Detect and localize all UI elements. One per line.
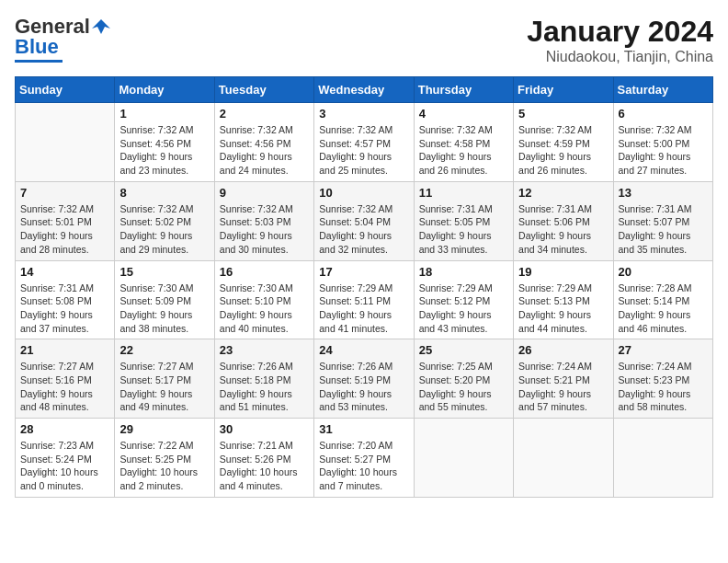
weekday-header: Sunday — [16, 77, 115, 103]
calendar-cell: 21Sunrise: 7:27 AMSunset: 5:16 PMDayligh… — [16, 339, 115, 419]
calendar-week-row: 14Sunrise: 7:31 AMSunset: 5:08 PMDayligh… — [16, 260, 713, 339]
location: Niudaokou, Tianjin, China — [527, 49, 713, 65]
day-number: 24 — [319, 343, 408, 357]
day-number: 4 — [419, 107, 508, 121]
calendar-cell: 20Sunrise: 7:28 AMSunset: 5:14 PMDayligh… — [613, 260, 712, 339]
page-header: General Blue January 2024 Niudaokou, Tia… — [15, 15, 713, 65]
day-detail: Sunrise: 7:22 AMSunset: 5:25 PMDaylight:… — [119, 439, 209, 493]
day-detail: Sunrise: 7:32 AMSunset: 5:00 PMDaylight:… — [619, 123, 708, 178]
calendar-cell — [613, 419, 712, 498]
day-number: 11 — [419, 186, 508, 200]
day-detail: Sunrise: 7:21 AMSunset: 5:26 PMDaylight:… — [220, 439, 309, 493]
day-detail: Sunrise: 7:32 AMSunset: 4:56 PMDaylight:… — [119, 123, 209, 178]
logo-underline — [15, 60, 63, 63]
day-detail: Sunrise: 7:27 AMSunset: 5:16 PMDaylight:… — [20, 360, 109, 414]
calendar-cell: 1Sunrise: 7:32 AMSunset: 4:56 PMDaylight… — [115, 103, 214, 182]
day-detail: Sunrise: 7:32 AMSunset: 4:58 PMDaylight:… — [419, 123, 508, 178]
calendar-cell: 26Sunrise: 7:24 AMSunset: 5:21 PMDayligh… — [514, 339, 613, 419]
day-number: 3 — [319, 107, 408, 121]
calendar-cell: 8Sunrise: 7:32 AMSunset: 5:02 PMDaylight… — [115, 181, 214, 260]
day-detail: Sunrise: 7:27 AMSunset: 5:17 PMDaylight:… — [119, 360, 209, 414]
day-detail: Sunrise: 7:26 AMSunset: 5:18 PMDaylight:… — [220, 360, 309, 414]
day-detail: Sunrise: 7:31 AMSunset: 5:07 PMDaylight:… — [619, 202, 708, 257]
calendar-cell: 23Sunrise: 7:26 AMSunset: 5:18 PMDayligh… — [214, 339, 313, 419]
day-number: 6 — [619, 107, 708, 121]
day-detail: Sunrise: 7:31 AMSunset: 5:06 PMDaylight:… — [518, 202, 608, 257]
calendar-cell: 10Sunrise: 7:32 AMSunset: 5:04 PMDayligh… — [314, 181, 414, 260]
day-number: 22 — [119, 343, 209, 357]
day-detail: Sunrise: 7:29 AMSunset: 5:12 PMDaylight:… — [419, 282, 508, 336]
day-number: 7 — [20, 186, 109, 200]
calendar-cell: 14Sunrise: 7:31 AMSunset: 5:08 PMDayligh… — [16, 260, 115, 339]
calendar-table: SundayMondayTuesdayWednesdayThursdayFrid… — [15, 76, 713, 498]
day-detail: Sunrise: 7:26 AMSunset: 5:19 PMDaylight:… — [319, 360, 408, 414]
calendar-week-row: 21Sunrise: 7:27 AMSunset: 5:16 PMDayligh… — [16, 339, 713, 419]
day-number: 19 — [518, 265, 608, 279]
day-number: 30 — [220, 422, 309, 436]
calendar-cell: 4Sunrise: 7:32 AMSunset: 4:58 PMDaylight… — [414, 103, 513, 182]
day-number: 27 — [619, 343, 708, 357]
day-number: 9 — [220, 186, 309, 200]
logo-blue: Blue — [15, 35, 59, 59]
calendar-cell: 24Sunrise: 7:26 AMSunset: 5:19 PMDayligh… — [314, 339, 414, 419]
weekday-header: Wednesday — [314, 77, 414, 103]
calendar-cell: 3Sunrise: 7:32 AMSunset: 4:57 PMDaylight… — [314, 103, 414, 182]
calendar-cell — [514, 419, 613, 498]
weekday-header: Saturday — [613, 77, 712, 103]
day-detail: Sunrise: 7:32 AMSunset: 5:03 PMDaylight:… — [220, 202, 309, 257]
calendar-cell: 12Sunrise: 7:31 AMSunset: 5:06 PMDayligh… — [514, 181, 613, 260]
day-detail: Sunrise: 7:23 AMSunset: 5:24 PMDaylight:… — [20, 439, 109, 493]
day-detail: Sunrise: 7:30 AMSunset: 5:10 PMDaylight:… — [220, 282, 309, 336]
day-number: 8 — [119, 186, 209, 200]
day-number: 12 — [518, 186, 608, 200]
day-number: 21 — [20, 343, 109, 357]
day-detail: Sunrise: 7:32 AMSunset: 5:02 PMDaylight:… — [119, 202, 209, 257]
day-number: 31 — [319, 422, 408, 436]
day-number: 20 — [619, 265, 708, 279]
day-detail: Sunrise: 7:25 AMSunset: 5:20 PMDaylight:… — [419, 360, 508, 414]
weekday-header: Thursday — [414, 77, 513, 103]
day-number: 1 — [119, 107, 209, 121]
calendar-cell: 19Sunrise: 7:29 AMSunset: 5:13 PMDayligh… — [514, 260, 613, 339]
logo: General Blue — [15, 15, 110, 63]
day-detail: Sunrise: 7:32 AMSunset: 4:57 PMDaylight:… — [319, 123, 408, 178]
calendar-cell: 7Sunrise: 7:32 AMSunset: 5:01 PMDaylight… — [16, 181, 115, 260]
month-title: January 2024 — [527, 15, 713, 49]
day-number: 18 — [419, 265, 508, 279]
day-number: 17 — [319, 265, 408, 279]
day-detail: Sunrise: 7:32 AMSunset: 5:04 PMDaylight:… — [319, 202, 408, 257]
day-detail: Sunrise: 7:29 AMSunset: 5:13 PMDaylight:… — [518, 282, 608, 336]
calendar-week-row: 28Sunrise: 7:23 AMSunset: 5:24 PMDayligh… — [16, 419, 713, 498]
calendar-cell: 15Sunrise: 7:30 AMSunset: 5:09 PMDayligh… — [115, 260, 214, 339]
calendar-cell: 28Sunrise: 7:23 AMSunset: 5:24 PMDayligh… — [16, 419, 115, 498]
calendar-cell: 18Sunrise: 7:29 AMSunset: 5:12 PMDayligh… — [414, 260, 513, 339]
weekday-header: Monday — [115, 77, 214, 103]
day-number: 26 — [518, 343, 608, 357]
weekday-header: Friday — [514, 77, 613, 103]
day-detail: Sunrise: 7:32 AMSunset: 4:59 PMDaylight:… — [518, 123, 608, 178]
day-detail: Sunrise: 7:28 AMSunset: 5:14 PMDaylight:… — [619, 282, 708, 336]
calendar-cell: 25Sunrise: 7:25 AMSunset: 5:20 PMDayligh… — [414, 339, 513, 419]
day-number: 5 — [518, 107, 608, 121]
calendar-cell: 2Sunrise: 7:32 AMSunset: 4:56 PMDaylight… — [214, 103, 313, 182]
calendar-cell: 30Sunrise: 7:21 AMSunset: 5:26 PMDayligh… — [214, 419, 313, 498]
day-number: 10 — [319, 186, 408, 200]
calendar-cell: 16Sunrise: 7:30 AMSunset: 5:10 PMDayligh… — [214, 260, 313, 339]
day-number: 16 — [220, 265, 309, 279]
day-number: 29 — [119, 422, 209, 436]
day-detail: Sunrise: 7:32 AMSunset: 5:01 PMDaylight:… — [20, 202, 109, 257]
day-detail: Sunrise: 7:32 AMSunset: 4:56 PMDaylight:… — [220, 123, 309, 178]
calendar-cell: 22Sunrise: 7:27 AMSunset: 5:17 PMDayligh… — [115, 339, 214, 419]
svg-marker-0 — [92, 19, 110, 34]
day-number: 2 — [220, 107, 309, 121]
day-detail: Sunrise: 7:31 AMSunset: 5:05 PMDaylight:… — [419, 202, 508, 257]
calendar-cell: 5Sunrise: 7:32 AMSunset: 4:59 PMDaylight… — [514, 103, 613, 182]
calendar-cell: 11Sunrise: 7:31 AMSunset: 5:05 PMDayligh… — [414, 181, 513, 260]
day-detail: Sunrise: 7:31 AMSunset: 5:08 PMDaylight:… — [20, 282, 109, 336]
calendar-week-row: 1Sunrise: 7:32 AMSunset: 4:56 PMDaylight… — [16, 103, 713, 182]
calendar-cell: 6Sunrise: 7:32 AMSunset: 5:00 PMDaylight… — [613, 103, 712, 182]
calendar-cell: 13Sunrise: 7:31 AMSunset: 5:07 PMDayligh… — [613, 181, 712, 260]
day-number: 15 — [119, 265, 209, 279]
calendar-cell: 9Sunrise: 7:32 AMSunset: 5:03 PMDaylight… — [214, 181, 313, 260]
day-number: 23 — [220, 343, 309, 357]
